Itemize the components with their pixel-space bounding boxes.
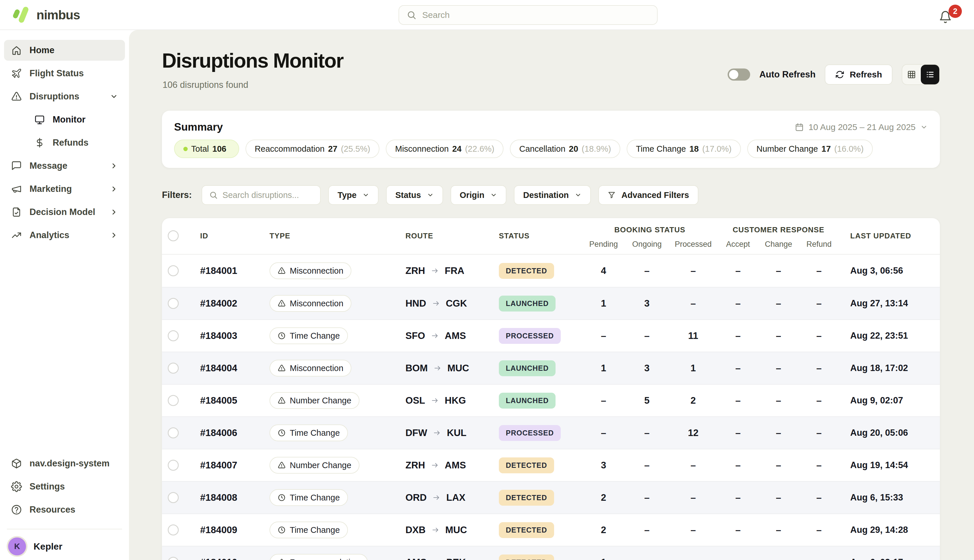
- date-range-label: 10 Aug 2025 – 21 Aug 2025: [809, 122, 916, 132]
- sidebar-item-message[interactable]: Message: [4, 155, 125, 176]
- global-search-input[interactable]: [422, 10, 650, 20]
- sidebar-item-monitor[interactable]: Monitor: [4, 109, 125, 130]
- last-updated: Aug 18, 17:02: [839, 363, 934, 373]
- column-header-status: STATUS: [499, 232, 582, 240]
- row-checkbox[interactable]: [168, 330, 179, 341]
- sidebar-item-label: Home: [30, 45, 54, 55]
- ongoing-count: –: [625, 557, 668, 560]
- summary-chip[interactable]: Cancellation 20 (18.9%): [510, 140, 620, 158]
- chevron-down-icon: [427, 192, 434, 198]
- sidebar-item-analytics[interactable]: Analytics: [4, 225, 125, 246]
- type-label: Time Change: [290, 428, 340, 438]
- table-body: #184001 Misconnection ZRH FRA DETECTED 4…: [162, 255, 940, 560]
- clock-icon: [277, 526, 286, 534]
- row-checkbox[interactable]: [168, 460, 179, 471]
- table-row[interactable]: #184005 Number Change OSL HKG LAUNCHED –…: [162, 384, 940, 417]
- sidebar-item-label: Analytics: [30, 230, 69, 240]
- summary-chip[interactable]: Number Change 17 (16.0%): [747, 140, 873, 158]
- global-search[interactable]: [399, 5, 658, 25]
- advanced-filters-button[interactable]: Advanced Filters: [598, 185, 698, 205]
- route: OSL HKG: [406, 395, 499, 406]
- main-panel: Disruptions Monitor 106 disruptions foun…: [129, 30, 974, 560]
- row-checkbox[interactable]: [168, 525, 179, 535]
- chip-percent: (22.6%): [465, 144, 495, 154]
- subcolumn-refund: Refund: [799, 240, 839, 249]
- type-label: Misconnection: [290, 266, 343, 276]
- status-badge: DETECTED: [499, 522, 554, 538]
- table-row[interactable]: #184001 Misconnection ZRH FRA DETECTED 4…: [162, 255, 940, 287]
- select-all-checkbox[interactable]: [168, 230, 179, 241]
- brand: nimbus: [13, 0, 80, 30]
- status-filter-dropdown[interactable]: Status: [386, 185, 443, 205]
- auto-refresh-toggle[interactable]: [728, 68, 750, 81]
- destination-filter-dropdown[interactable]: Destination: [514, 185, 591, 205]
- sidebar-item-disruptions[interactable]: Disruptions: [4, 86, 125, 107]
- chip-count: 27: [328, 144, 337, 154]
- sidebar-item-settings[interactable]: Settings: [4, 476, 125, 497]
- notifications-button[interactable]: 2: [936, 7, 962, 27]
- sidebar-item-decision-model[interactable]: Decision Model: [4, 202, 125, 222]
- refund-count: –: [799, 363, 839, 373]
- row-checkbox[interactable]: [168, 492, 179, 503]
- sidebar-item-home[interactable]: Home: [4, 40, 125, 61]
- sidebar: Home Flight Status Disruptions Monitor R…: [0, 30, 129, 560]
- table-row[interactable]: #184002 Misconnection HND CGK LAUNCHED 1…: [162, 287, 940, 319]
- search-icon: [407, 10, 416, 20]
- sidebar-item-resources[interactable]: Resources: [4, 499, 125, 520]
- origin-filter-dropdown[interactable]: Origin: [451, 185, 506, 205]
- sidebar-item-marketing[interactable]: Marketing: [4, 178, 125, 199]
- table-row[interactable]: #184006 Time Change DFW KUL PROCESSED – …: [162, 417, 940, 449]
- table-row[interactable]: #184010 Reaccommodation AMS PEK DETECTED…: [162, 546, 940, 560]
- table-row[interactable]: #184009 Time Change DXB MUC DETECTED 2 –…: [162, 513, 940, 546]
- arrow-right-icon: [431, 526, 439, 534]
- table-row[interactable]: #184003 Time Change SFO AMS PROCESSED – …: [162, 319, 940, 352]
- pending-count: 3: [582, 460, 625, 471]
- row-checkbox[interactable]: [168, 265, 179, 276]
- table-row[interactable]: #184004 Misconnection BOM MUC LAUNCHED 1…: [162, 352, 940, 384]
- type-chip: Misconnection: [269, 262, 351, 279]
- processed-count: 11: [668, 330, 718, 341]
- chip-percent: (18.9%): [581, 144, 611, 154]
- disruption-search-input[interactable]: [222, 190, 313, 200]
- status-badge: DETECTED: [499, 263, 554, 279]
- refund-count: –: [799, 557, 839, 560]
- pending-count: 1: [582, 298, 625, 309]
- help-circle-icon: [11, 504, 22, 515]
- user-menu[interactable]: K Kepler: [4, 536, 125, 555]
- sidebar-item-design-system[interactable]: nav.design-system: [4, 453, 125, 474]
- chevron-right-icon: [110, 208, 118, 216]
- type-filter-dropdown[interactable]: Type: [328, 185, 379, 205]
- filters-bar: Filters: Type Status Origin Destination …: [162, 185, 698, 205]
- destination-code: AMS: [445, 330, 466, 341]
- row-checkbox[interactable]: [168, 427, 179, 438]
- accept-count: –: [718, 363, 758, 373]
- chevron-down-icon: [920, 123, 928, 131]
- disruption-search[interactable]: [202, 185, 321, 205]
- row-checkbox[interactable]: [168, 363, 179, 373]
- chip-count: 20: [569, 144, 578, 154]
- summary-chip[interactable]: Misconnection 24 (22.6%): [386, 140, 503, 158]
- warning-triangle-icon: [277, 364, 286, 372]
- destination-code: FRA: [445, 265, 464, 276]
- type-label: Time Change: [290, 525, 340, 535]
- summary-chip[interactable]: Total 106: [174, 140, 239, 158]
- table-row[interactable]: #184007 Number Change ZRH AMS DETECTED 3…: [162, 449, 940, 481]
- row-checkbox[interactable]: [168, 395, 179, 406]
- date-range-picker[interactable]: 10 Aug 2025 – 21 Aug 2025: [795, 122, 928, 132]
- table-row[interactable]: #184008 Time Change ORD LAX DETECTED 2 –…: [162, 481, 940, 513]
- grid-view-button[interactable]: [902, 65, 921, 84]
- top-bar: nimbus 2: [0, 0, 974, 30]
- summary-chip[interactable]: Time Change 18 (17.0%): [627, 140, 741, 158]
- list-view-button[interactable]: [921, 65, 939, 84]
- route: ZRH AMS: [406, 460, 499, 471]
- status-dot-icon: [183, 147, 188, 151]
- refresh-button[interactable]: Refresh: [825, 65, 892, 85]
- row-checkbox[interactable]: [168, 298, 179, 309]
- summary-chip[interactable]: Reaccommodation 27 (25.5%): [246, 140, 380, 158]
- group-header-customer-response: CUSTOMER RESPONSE: [718, 225, 839, 235]
- sidebar-item-refunds[interactable]: Refunds: [4, 132, 125, 153]
- disruptions-table: ID TYPE ROUTE STATUS BOOKING STATUS CUST…: [162, 218, 940, 560]
- row-checkbox[interactable]: [168, 557, 179, 560]
- refund-count: –: [799, 525, 839, 535]
- sidebar-item-flight-status[interactable]: Flight Status: [4, 63, 125, 84]
